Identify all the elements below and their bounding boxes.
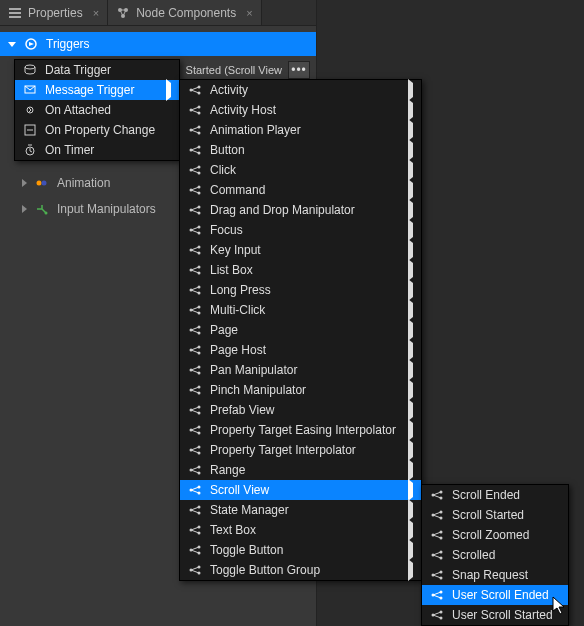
menu-item-prefab-view[interactable]: Prefab View [180, 400, 421, 420]
menu-item-on-timer[interactable]: On Timer [15, 140, 179, 160]
menu-item-list-box[interactable]: List Box [180, 260, 421, 280]
chevron-right-icon [408, 263, 413, 277]
node-components-icon [116, 6, 130, 20]
menu-item-data-trigger[interactable]: Data Trigger [15, 60, 179, 80]
menu-item-scroll-ended[interactable]: Scroll Ended [422, 485, 568, 505]
tabbar: Properties × Node Components × [0, 0, 316, 26]
tab-node-components[interactable]: Node Components × [108, 0, 262, 25]
category-icon [188, 163, 202, 177]
chevron-right-icon [408, 563, 413, 577]
menu-item-long-press[interactable]: Long Press [180, 280, 421, 300]
menu-item-property-target-interpolator[interactable]: Property Target Interpolator [180, 440, 421, 460]
close-icon[interactable]: × [93, 7, 99, 19]
menu-item-pan-manipulator[interactable]: Pan Manipulator [180, 360, 421, 380]
event-icon [430, 508, 444, 522]
svg-rect-1 [9, 12, 21, 14]
menu-item-label: Command [210, 183, 265, 197]
menu-item-label: Message Trigger [45, 83, 134, 97]
tab-properties[interactable]: Properties × [0, 0, 108, 25]
more-button[interactable]: ••• [288, 61, 310, 79]
chevron-down-icon [8, 42, 16, 47]
menu-item-toggle-button[interactable]: Toggle Button [180, 540, 421, 560]
menu-item-toggle-button-group[interactable]: Toggle Button Group [180, 560, 421, 580]
message-trigger-icon [23, 83, 37, 97]
menu-item-on-attached[interactable]: On Attached [15, 100, 179, 120]
menu-item-scroll-started[interactable]: Scroll Started [422, 505, 568, 525]
properties-icon [8, 6, 22, 20]
chevron-right-icon [408, 143, 413, 157]
menu-item-label: Range [210, 463, 245, 477]
menu-item-key-input[interactable]: Key Input [180, 240, 421, 260]
section-animation-label: Animation [57, 176, 110, 190]
on-timer-icon [23, 143, 37, 157]
menu-item-label: State Manager [210, 503, 289, 517]
menu-item-label: Toggle Button [210, 543, 283, 557]
chevron-right-icon [408, 543, 413, 557]
menu-item-scrolled[interactable]: Scrolled [422, 545, 568, 565]
category-icon [188, 543, 202, 557]
chevron-right-icon [408, 303, 413, 317]
chevron-right-icon [408, 423, 413, 437]
menu-item-button[interactable]: Button [180, 140, 421, 160]
menu-item-message-trigger[interactable]: Message Trigger [15, 80, 179, 100]
menu-item-label: Scroll View [210, 483, 269, 497]
input-manipulators-icon [35, 202, 49, 216]
menu-item-snap-request[interactable]: Snap Request [422, 565, 568, 585]
menu-item-page-host[interactable]: Page Host [180, 340, 421, 360]
context-menu-message-categories: ActivityActivity HostAnimation PlayerBut… [179, 79, 422, 581]
chevron-right-icon [22, 179, 27, 187]
chevron-right-icon [408, 443, 413, 457]
menu-item-page[interactable]: Page [180, 320, 421, 340]
svg-point-9 [45, 212, 48, 215]
tab-properties-label: Properties [28, 6, 83, 20]
menu-item-range[interactable]: Range [180, 460, 421, 480]
menu-item-state-manager[interactable]: State Manager [180, 500, 421, 520]
menu-item-pinch-manipulator[interactable]: Pinch Manipulator [180, 380, 421, 400]
menu-item-user-scroll-ended[interactable]: User Scroll Ended [422, 585, 568, 605]
menu-item-activity[interactable]: Activity [180, 80, 421, 100]
menu-item-label: User Scroll Started [452, 608, 553, 622]
category-icon [188, 223, 202, 237]
menu-item-label: Scroll Ended [452, 488, 520, 502]
menu-item-multi-click[interactable]: Multi-Click [180, 300, 421, 320]
menu-item-text-box[interactable]: Text Box [180, 520, 421, 540]
menu-item-focus[interactable]: Focus [180, 220, 421, 240]
section-triggers-label: Triggers [46, 37, 90, 51]
menu-item-property-target-easing-interpolator[interactable]: Property Target Easing Interpolator [180, 420, 421, 440]
menu-item-click[interactable]: Click [180, 160, 421, 180]
category-icon [188, 183, 202, 197]
event-icon [430, 488, 444, 502]
menu-item-animation-player[interactable]: Animation Player [180, 120, 421, 140]
category-icon [188, 283, 202, 297]
menu-item-drag-and-drop-manipulator[interactable]: Drag and Drop Manipulator [180, 200, 421, 220]
tab-node-components-label: Node Components [136, 6, 236, 20]
category-icon [188, 263, 202, 277]
menu-item-label: Property Target Easing Interpolator [210, 423, 396, 437]
event-icon [430, 608, 444, 622]
menu-item-activity-host[interactable]: Activity Host [180, 100, 421, 120]
category-icon [188, 483, 202, 497]
on-attached-icon [23, 103, 37, 117]
svg-point-8 [42, 181, 47, 186]
menu-item-label: Toggle Button Group [210, 563, 320, 577]
section-input-manipulators-label: Input Manipulators [57, 202, 156, 216]
chevron-right-icon [408, 483, 413, 497]
menu-item-command[interactable]: Command [180, 180, 421, 200]
menu-item-label: Focus [210, 223, 243, 237]
event-icon [430, 568, 444, 582]
category-icon [188, 563, 202, 577]
event-icon [430, 528, 444, 542]
close-icon[interactable]: × [246, 7, 252, 19]
context-menu-triggers: Data Trigger Message Trigger On Attached… [14, 59, 180, 161]
trigger-icon [24, 37, 38, 51]
menu-item-scroll-zoomed[interactable]: Scroll Zoomed [422, 525, 568, 545]
svg-rect-2 [9, 16, 21, 18]
menu-item-label: Animation Player [210, 123, 301, 137]
menu-item-user-scroll-started[interactable]: User Scroll Started [422, 605, 568, 625]
data-trigger-icon [23, 63, 37, 77]
chevron-right-icon [166, 83, 171, 97]
category-icon [188, 443, 202, 457]
menu-item-scroll-view[interactable]: Scroll View [180, 480, 421, 500]
menu-item-on-property-change[interactable]: On Property Change [15, 120, 179, 140]
section-triggers[interactable]: Triggers [0, 32, 316, 56]
